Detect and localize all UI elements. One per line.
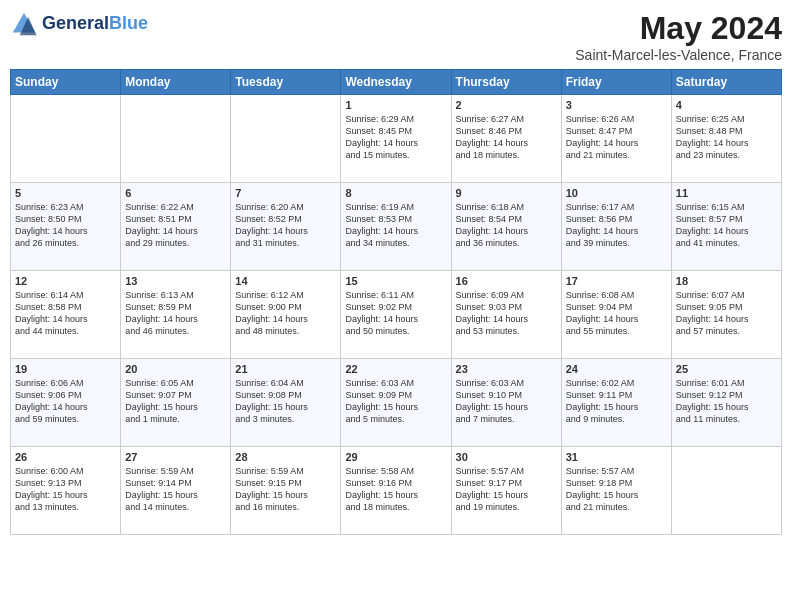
calendar-week-row: 1Sunrise: 6:29 AM Sunset: 8:45 PM Daylig…: [11, 95, 782, 183]
day-number: 29: [345, 451, 446, 463]
calendar-cell: 25Sunrise: 6:01 AM Sunset: 9:12 PM Dayli…: [671, 359, 781, 447]
location-title: Saint-Marcel-les-Valence, France: [575, 47, 782, 63]
day-info: Sunrise: 6:02 AM Sunset: 9:11 PM Dayligh…: [566, 377, 667, 426]
day-info: Sunrise: 6:08 AM Sunset: 9:04 PM Dayligh…: [566, 289, 667, 338]
day-number: 25: [676, 363, 777, 375]
day-info: Sunrise: 6:29 AM Sunset: 8:45 PM Dayligh…: [345, 113, 446, 162]
day-number: 21: [235, 363, 336, 375]
day-info: Sunrise: 6:14 AM Sunset: 8:58 PM Dayligh…: [15, 289, 116, 338]
day-info: Sunrise: 6:23 AM Sunset: 8:50 PM Dayligh…: [15, 201, 116, 250]
calendar-cell: 4Sunrise: 6:25 AM Sunset: 8:48 PM Daylig…: [671, 95, 781, 183]
weekday-header: Saturday: [671, 70, 781, 95]
calendar-week-row: 26Sunrise: 6:00 AM Sunset: 9:13 PM Dayli…: [11, 447, 782, 535]
calendar-cell: 6Sunrise: 6:22 AM Sunset: 8:51 PM Daylig…: [121, 183, 231, 271]
day-info: Sunrise: 5:58 AM Sunset: 9:16 PM Dayligh…: [345, 465, 446, 514]
calendar-cell: 30Sunrise: 5:57 AM Sunset: 9:17 PM Dayli…: [451, 447, 561, 535]
calendar-cell: 22Sunrise: 6:03 AM Sunset: 9:09 PM Dayli…: [341, 359, 451, 447]
day-number: 9: [456, 187, 557, 199]
day-number: 13: [125, 275, 226, 287]
day-number: 28: [235, 451, 336, 463]
day-number: 4: [676, 99, 777, 111]
title-block: May 2024 Saint-Marcel-les-Valence, Franc…: [575, 10, 782, 63]
day-info: Sunrise: 6:06 AM Sunset: 9:06 PM Dayligh…: [15, 377, 116, 426]
day-number: 5: [15, 187, 116, 199]
calendar-cell: 23Sunrise: 6:03 AM Sunset: 9:10 PM Dayli…: [451, 359, 561, 447]
calendar-table: SundayMondayTuesdayWednesdayThursdayFrid…: [10, 69, 782, 535]
calendar-cell: 27Sunrise: 5:59 AM Sunset: 9:14 PM Dayli…: [121, 447, 231, 535]
calendar-cell: 31Sunrise: 5:57 AM Sunset: 9:18 PM Dayli…: [561, 447, 671, 535]
day-info: Sunrise: 6:07 AM Sunset: 9:05 PM Dayligh…: [676, 289, 777, 338]
day-number: 2: [456, 99, 557, 111]
day-number: 17: [566, 275, 667, 287]
weekday-header: Sunday: [11, 70, 121, 95]
day-info: Sunrise: 6:03 AM Sunset: 9:10 PM Dayligh…: [456, 377, 557, 426]
day-info: Sunrise: 6:13 AM Sunset: 8:59 PM Dayligh…: [125, 289, 226, 338]
calendar-week-row: 5Sunrise: 6:23 AM Sunset: 8:50 PM Daylig…: [11, 183, 782, 271]
calendar-cell: 29Sunrise: 5:58 AM Sunset: 9:16 PM Dayli…: [341, 447, 451, 535]
calendar-week-row: 19Sunrise: 6:06 AM Sunset: 9:06 PM Dayli…: [11, 359, 782, 447]
day-number: 15: [345, 275, 446, 287]
day-number: 12: [15, 275, 116, 287]
calendar-cell: [671, 447, 781, 535]
calendar-cell: 12Sunrise: 6:14 AM Sunset: 8:58 PM Dayli…: [11, 271, 121, 359]
weekday-header: Tuesday: [231, 70, 341, 95]
calendar-cell: 16Sunrise: 6:09 AM Sunset: 9:03 PM Dayli…: [451, 271, 561, 359]
calendar-cell: 11Sunrise: 6:15 AM Sunset: 8:57 PM Dayli…: [671, 183, 781, 271]
day-number: 16: [456, 275, 557, 287]
day-info: Sunrise: 6:00 AM Sunset: 9:13 PM Dayligh…: [15, 465, 116, 514]
calendar-cell: [11, 95, 121, 183]
day-number: 24: [566, 363, 667, 375]
day-number: 8: [345, 187, 446, 199]
day-info: Sunrise: 6:15 AM Sunset: 8:57 PM Dayligh…: [676, 201, 777, 250]
day-number: 1: [345, 99, 446, 111]
calendar-cell: 17Sunrise: 6:08 AM Sunset: 9:04 PM Dayli…: [561, 271, 671, 359]
day-number: 23: [456, 363, 557, 375]
calendar-cell: 18Sunrise: 6:07 AM Sunset: 9:05 PM Dayli…: [671, 271, 781, 359]
day-info: Sunrise: 6:17 AM Sunset: 8:56 PM Dayligh…: [566, 201, 667, 250]
day-number: 20: [125, 363, 226, 375]
day-info: Sunrise: 5:59 AM Sunset: 9:15 PM Dayligh…: [235, 465, 336, 514]
day-number: 22: [345, 363, 446, 375]
calendar-cell: 15Sunrise: 6:11 AM Sunset: 9:02 PM Dayli…: [341, 271, 451, 359]
day-info: Sunrise: 6:05 AM Sunset: 9:07 PM Dayligh…: [125, 377, 226, 426]
day-info: Sunrise: 6:26 AM Sunset: 8:47 PM Dayligh…: [566, 113, 667, 162]
calendar-cell: 24Sunrise: 6:02 AM Sunset: 9:11 PM Dayli…: [561, 359, 671, 447]
day-info: Sunrise: 6:04 AM Sunset: 9:08 PM Dayligh…: [235, 377, 336, 426]
calendar-cell: 7Sunrise: 6:20 AM Sunset: 8:52 PM Daylig…: [231, 183, 341, 271]
day-info: Sunrise: 5:57 AM Sunset: 9:18 PM Dayligh…: [566, 465, 667, 514]
day-number: 27: [125, 451, 226, 463]
calendar-cell: 14Sunrise: 6:12 AM Sunset: 9:00 PM Dayli…: [231, 271, 341, 359]
day-info: Sunrise: 6:22 AM Sunset: 8:51 PM Dayligh…: [125, 201, 226, 250]
calendar-cell: 10Sunrise: 6:17 AM Sunset: 8:56 PM Dayli…: [561, 183, 671, 271]
page-header: GeneralBlue May 2024 Saint-Marcel-les-Va…: [10, 10, 782, 63]
calendar-cell: 2Sunrise: 6:27 AM Sunset: 8:46 PM Daylig…: [451, 95, 561, 183]
day-info: Sunrise: 6:18 AM Sunset: 8:54 PM Dayligh…: [456, 201, 557, 250]
weekday-header: Friday: [561, 70, 671, 95]
day-info: Sunrise: 5:57 AM Sunset: 9:17 PM Dayligh…: [456, 465, 557, 514]
day-number: 10: [566, 187, 667, 199]
day-info: Sunrise: 6:20 AM Sunset: 8:52 PM Dayligh…: [235, 201, 336, 250]
day-number: 30: [456, 451, 557, 463]
day-info: Sunrise: 6:01 AM Sunset: 9:12 PM Dayligh…: [676, 377, 777, 426]
calendar-cell: 28Sunrise: 5:59 AM Sunset: 9:15 PM Dayli…: [231, 447, 341, 535]
calendar-cell: 20Sunrise: 6:05 AM Sunset: 9:07 PM Dayli…: [121, 359, 231, 447]
day-info: Sunrise: 6:25 AM Sunset: 8:48 PM Dayligh…: [676, 113, 777, 162]
calendar-cell: 9Sunrise: 6:18 AM Sunset: 8:54 PM Daylig…: [451, 183, 561, 271]
calendar-cell: 19Sunrise: 6:06 AM Sunset: 9:06 PM Dayli…: [11, 359, 121, 447]
day-number: 11: [676, 187, 777, 199]
day-info: Sunrise: 5:59 AM Sunset: 9:14 PM Dayligh…: [125, 465, 226, 514]
calendar-cell: 3Sunrise: 6:26 AM Sunset: 8:47 PM Daylig…: [561, 95, 671, 183]
calendar-cell: [231, 95, 341, 183]
logo-icon: [10, 10, 38, 38]
logo-text: GeneralBlue: [42, 14, 148, 34]
calendar-cell: 1Sunrise: 6:29 AM Sunset: 8:45 PM Daylig…: [341, 95, 451, 183]
weekday-header-row: SundayMondayTuesdayWednesdayThursdayFrid…: [11, 70, 782, 95]
day-number: 14: [235, 275, 336, 287]
day-number: 7: [235, 187, 336, 199]
calendar-cell: 13Sunrise: 6:13 AM Sunset: 8:59 PM Dayli…: [121, 271, 231, 359]
day-number: 6: [125, 187, 226, 199]
day-info: Sunrise: 6:03 AM Sunset: 9:09 PM Dayligh…: [345, 377, 446, 426]
day-number: 26: [15, 451, 116, 463]
calendar-cell: [121, 95, 231, 183]
calendar-cell: 21Sunrise: 6:04 AM Sunset: 9:08 PM Dayli…: [231, 359, 341, 447]
